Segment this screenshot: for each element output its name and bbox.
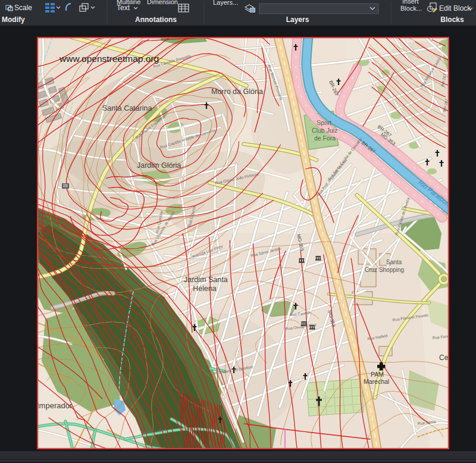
- svg-text:Dimension: Dimension: [147, 0, 178, 5]
- svg-text:Modify: Modify: [2, 15, 25, 24]
- svg-text:Jardim Santa: Jardim Santa: [184, 276, 228, 284]
- svg-text:Helena: Helena: [193, 284, 217, 293]
- svg-text:Block...: Block...: [400, 5, 422, 12]
- svg-text:Text: Text: [117, 4, 130, 12]
- svg-text:Morro da Glória: Morro da Glória: [211, 87, 263, 96]
- svg-text:Insert: Insert: [402, 0, 419, 5]
- svg-text:Annotations: Annotations: [135, 15, 177, 24]
- svg-text:Blocks: Blocks: [440, 15, 464, 24]
- svg-text:PAM: PAM: [371, 371, 384, 378]
- svg-text:Jardim Glória: Jardim Glória: [137, 161, 181, 170]
- svg-text:Imperador: Imperador: [37, 401, 73, 410]
- svg-text:de Fora: de Fora: [314, 134, 336, 142]
- svg-text:Layers: Layers: [286, 15, 309, 24]
- svg-text:Cruz Shopping: Cruz Shopping: [365, 267, 404, 273]
- svg-text:Sport: Sport: [317, 119, 331, 126]
- svg-text:Layers...: Layers...: [213, 0, 238, 6]
- svg-text:Centro: Centro: [439, 353, 449, 362]
- svg-text:Marechal: Marechal: [364, 378, 389, 385]
- svg-text:Santa: Santa: [386, 259, 402, 265]
- svg-text:Edit Block: Edit Block: [439, 4, 471, 12]
- svg-text:Club Juiz: Club Juiz: [312, 127, 337, 134]
- svg-text:Scale: Scale: [14, 4, 32, 12]
- svg-text:Santa Catarina: Santa Catarina: [102, 104, 152, 112]
- svg-text:www.openstreetmap.org: www.openstreetmap.org: [59, 54, 159, 64]
